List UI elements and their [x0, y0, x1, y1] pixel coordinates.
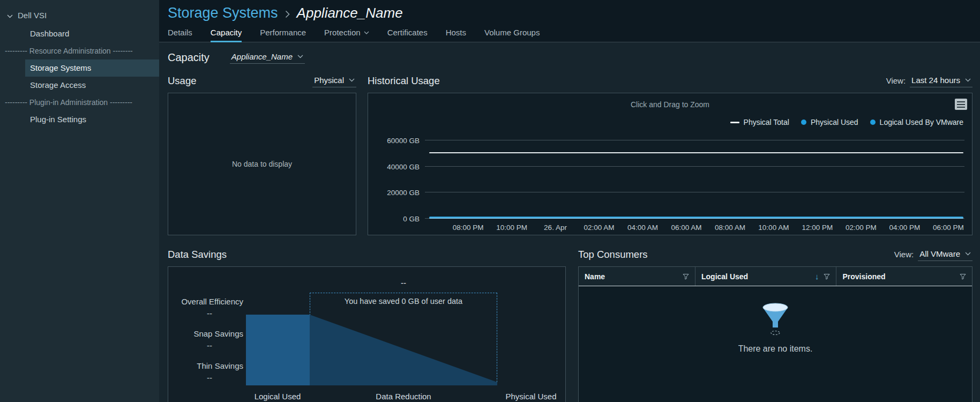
chevron-down-icon — [965, 252, 971, 256]
sidebar-root-label: Dell VSI — [18, 11, 47, 20]
legend-line-swatch — [730, 122, 739, 123]
capacity-row: Capacity Appliance_Name — [168, 50, 972, 65]
usage-title: Usage — [168, 75, 196, 87]
chevron-down-icon — [364, 30, 369, 34]
usage-section: Usage Physical No data to display — [168, 73, 356, 235]
series-line-logical-used-by-vmware — [429, 218, 963, 219]
savings-metric-snap-savings: Snap Savings-- — [176, 329, 243, 350]
appliance-selector[interactable]: Appliance_Name — [230, 51, 305, 64]
sidebar-item-dashboard[interactable]: Dashboard — [25, 25, 159, 42]
historical-view-value: Last 24 hours — [911, 76, 960, 85]
filter-icon[interactable] — [960, 273, 966, 280]
sidebar-item-plug-in-settings[interactable]: Plug-in Settings — [25, 111, 159, 128]
content-area: Capacity Appliance_Name Usage Physical — [159, 42, 980, 402]
x-tick-label: 04:00 AM — [627, 224, 658, 232]
series-line-physical-total — [429, 152, 963, 153]
top-consumers-panel: NameLogical Used↓Provisioned There are n… — [578, 266, 972, 402]
sidebar-section-divider: --------- Resource Administration ------… — [0, 42, 159, 59]
consumers-empty-text: There are no items. — [738, 344, 813, 354]
column-header-name[interactable]: Name — [579, 267, 695, 286]
gridline — [425, 140, 964, 140]
savings-annotation-text: You have saved 0 GB of user data — [310, 297, 497, 306]
savings-metric-thin-savings: Thin Savings-- — [176, 361, 243, 382]
legend-physical-used[interactable]: Physical Used — [801, 118, 858, 126]
view-label: View: — [894, 250, 914, 259]
topbar: Storage Systems Appliance_Name DetailsCa… — [159, 0, 980, 42]
sidebar-root-toggle[interactable]: Dell VSI — [0, 5, 159, 25]
filter-icon[interactable] — [824, 273, 830, 280]
tab-details[interactable]: Details — [168, 24, 192, 42]
top-consumers-section: Top Consumers View: All VMware — [578, 247, 972, 402]
breadcrumb-storage-systems-link[interactable]: Storage Systems — [168, 5, 278, 21]
x-tick-label: 06:00 AM — [671, 224, 701, 232]
sort-descending-icon[interactable]: ↓ — [815, 272, 819, 280]
chevron-down-icon — [297, 55, 303, 58]
x-tick-label: 06:00 PM — [933, 224, 964, 232]
column-header-logical-used[interactable]: Logical Used↓ — [695, 267, 837, 286]
data-savings-section: Data Savings Overall Efficiency--Snap Sa… — [168, 247, 566, 402]
historical-view-selector[interactable]: Last 24 hours — [910, 75, 972, 87]
top-consumers-title: Top Consumers — [578, 249, 648, 260]
breadcrumb-current: Appliance_Name — [297, 5, 403, 21]
tab-capacity[interactable]: Capacity — [211, 24, 242, 42]
tab-hosts[interactable]: Hosts — [446, 24, 466, 42]
sidebar-item-storage-access[interactable]: Storage Access — [25, 77, 159, 94]
chart-zoom-hint: Click and Drag to Zoom — [368, 100, 972, 109]
filter-icon[interactable] — [683, 273, 689, 280]
legend-dot-swatch — [801, 120, 806, 125]
usage-empty-text: No data to display — [232, 160, 292, 168]
capacity-page-title: Capacity — [168, 51, 210, 64]
chart-legend: Physical TotalPhysical UsedLogical Used … — [730, 118, 963, 126]
main-area: Storage Systems Appliance_Name DetailsCa… — [159, 0, 980, 402]
savings-metrics: Overall Efficiency--Snap Savings--Thin S… — [176, 297, 243, 382]
x-tick-label: 08:00 PM — [453, 224, 484, 232]
savings-funnel-chart — [246, 315, 498, 385]
sidebar-section-divider: --------- Plugin-in Administration -----… — [0, 94, 159, 111]
savings-metric-overall-efficiency: Overall Efficiency-- — [176, 297, 243, 318]
usage-panel: No data to display — [168, 93, 356, 235]
x-tick-label: 26. Apr — [544, 224, 567, 232]
x-tick-label: 08:00 AM — [715, 224, 745, 232]
sidebar: Dell VSI Dashboard--------- Resource Adm… — [0, 0, 159, 402]
sidebar-item-storage-systems[interactable]: Storage Systems — [25, 59, 159, 77]
empty-funnel-icon — [761, 302, 789, 337]
x-tick-label: 10:00 PM — [496, 224, 527, 232]
x-tick-label: 12:00 PM — [802, 224, 833, 232]
historical-plot[interactable] — [425, 134, 964, 219]
chevron-right-icon — [285, 9, 290, 18]
x-tick-label: 04:00 PM — [889, 224, 920, 232]
gridline — [425, 192, 964, 192]
data-savings-title: Data Savings — [168, 249, 227, 260]
consumers-table-header: NameLogical Used↓Provisioned — [579, 267, 972, 286]
historical-usage-section: Historical Usage View: Last 24 hours — [368, 73, 972, 235]
legend-dot-swatch — [870, 120, 876, 125]
tab-certificates[interactable]: Certificates — [387, 24, 428, 42]
chart-menu-button[interactable] — [955, 99, 967, 110]
tab-volume-groups[interactable]: Volume Groups — [484, 24, 540, 42]
consumers-view-selector[interactable]: All VMware — [918, 248, 972, 261]
tab-protection[interactable]: Protection — [324, 24, 369, 42]
x-tick-label: 02:00 PM — [846, 224, 877, 232]
sidebar-nav: Dashboard--------- Resource Administrati… — [0, 25, 159, 128]
y-tick-label: 20000 GB — [387, 189, 420, 197]
appliance-selector-value: Appliance_Name — [231, 52, 293, 61]
gridline — [425, 166, 964, 167]
tab-performance[interactable]: Performance — [260, 24, 306, 42]
column-header-provisioned[interactable]: Provisioned — [836, 267, 971, 286]
tab-bar: DetailsCapacityPerformanceProtectionCert… — [159, 24, 980, 42]
data-savings-panel: Overall Efficiency--Snap Savings--Thin S… — [168, 266, 566, 402]
chevron-down-icon — [349, 78, 355, 82]
savings-annotation-value: -- — [310, 278, 497, 287]
legend-logical-used-by-vmware[interactable]: Logical Used By VMware — [870, 118, 963, 126]
historical-y-axis: 0 GB20000 GB40000 GB60000 GB — [376, 134, 425, 219]
historical-usage-title: Historical Usage — [368, 75, 440, 87]
chevron-down-icon — [7, 11, 13, 20]
legend-physical-total[interactable]: Physical Total — [730, 118, 789, 126]
consumers-empty-state: There are no items. — [579, 286, 972, 402]
historical-chart-panel: Click and Drag to Zoom Physical TotalPhy… — [368, 93, 972, 235]
x-tick-label: 10:00 AM — [758, 224, 789, 232]
breadcrumb: Storage Systems Appliance_Name — [159, 0, 980, 24]
chevron-down-icon — [965, 78, 971, 82]
y-tick-label: 40000 GB — [387, 162, 420, 170]
usage-type-selector[interactable]: Physical — [312, 75, 356, 87]
